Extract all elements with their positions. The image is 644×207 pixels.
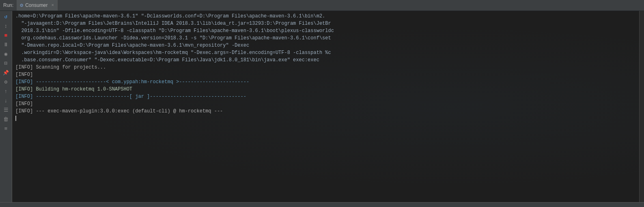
app-container: Run: ⚙ Consumer × ↺ ↕ ■ ⏸ ◉ ⊟ 📌 ⚙ ↑ ↓ ☰ … — [0, 0, 644, 207]
console-line-2: 2018.3.1\bin" -Dfile.encoding=UTF-8 -cla… — [15, 27, 636, 34]
console-line-12: [INFO] — [15, 100, 636, 108]
console-line-10: [INFO] Building hm-rocketmq 1.0-SNAPSHOT — [15, 86, 636, 93]
pin-button[interactable]: 📌 — [2, 69, 11, 77]
console-line-3: org.codehaus.classworlds.Launcher -Didea… — [15, 34, 636, 42]
console-line-6: .base.consumer.Consumer" "-Dexec.executa… — [15, 56, 636, 64]
console-line-9: [INFO] ------------------------< com.ypp… — [15, 78, 636, 86]
scroll-down-button[interactable]: ↓ — [2, 97, 11, 105]
tab-text: Consumer — [25, 2, 47, 8]
left-toolbar: ↺ ↕ ■ ⏸ ◉ ⊟ 📌 ⚙ ↑ ↓ ☰ 🗑 ≡ — [0, 11, 12, 202]
camera-button[interactable]: ◉ — [2, 50, 11, 58]
console-line-11: [INFO] --------------------------------[… — [15, 93, 636, 100]
scroll-up-button[interactable]: ↑ — [2, 87, 11, 95]
console-line-8: [INFO] — [15, 71, 636, 78]
print-button[interactable]: ⊟ — [2, 59, 11, 67]
console-line-4: "-Dmaven.repo.local=D:\Program Files\apa… — [15, 42, 636, 49]
rerun-button[interactable]: ↺ — [2, 13, 11, 21]
trash-button[interactable]: 🗑 — [2, 115, 11, 123]
right-scrollbar[interactable] — [639, 11, 644, 202]
console-line-0: .home=D:\Program Files\apache-maven-3.6.… — [15, 13, 636, 20]
tab-close-icon[interactable]: × — [52, 3, 54, 8]
gear-icon: ⚙ — [20, 2, 23, 9]
stop-button[interactable]: ■ — [2, 31, 11, 39]
consumer-tab[interactable]: ⚙ Consumer × — [17, 0, 58, 11]
console-area[interactable]: .home=D:\Program Files\apache-maven-3.6.… — [12, 11, 639, 202]
run-label: Run: — [0, 0, 17, 11]
console-line-7: [INFO] Scanning for projects... — [15, 64, 636, 71]
main-content: ↺ ↕ ■ ⏸ ◉ ⊟ 📌 ⚙ ↑ ↓ ☰ 🗑 ≡ .home=D:\Progr… — [0, 11, 644, 202]
console-line-14 — [15, 115, 636, 122]
settings-button[interactable]: ⚙ — [2, 78, 11, 86]
top-tab-bar: Run: ⚙ Consumer × — [0, 0, 644, 11]
console-line-13: [INFO] --- exec-maven-plugin:3.0.0:exec … — [15, 108, 636, 115]
list-button[interactable]: ☰ — [2, 106, 11, 114]
step-icon[interactable]: ↕ — [2, 22, 11, 30]
console-line-5: .workingdir=D:\Workspace-java\idea\Works… — [15, 49, 636, 56]
format-button[interactable]: ≡ — [2, 125, 11, 133]
pause-button[interactable]: ⏸ — [2, 41, 11, 49]
console-output: .home=D:\Program Files\apache-maven-3.6.… — [15, 13, 636, 122]
console-line-1: "-javaagent:D:\Program Files\JetBrains\I… — [15, 20, 636, 27]
bottom-scrollbar[interactable] — [0, 202, 644, 207]
